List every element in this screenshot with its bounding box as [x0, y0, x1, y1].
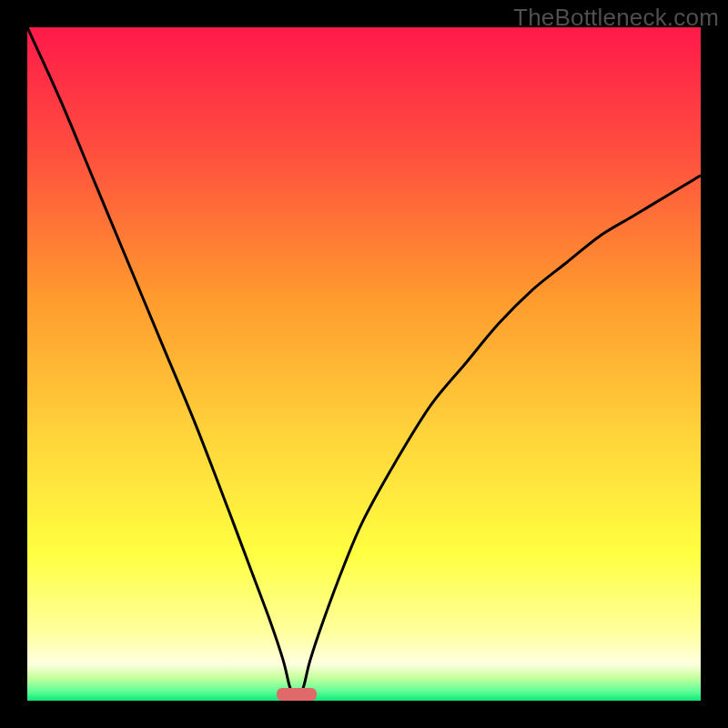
- minimum-marker: [277, 688, 317, 701]
- bottleneck-chart: [27, 27, 701, 701]
- chart-frame: TheBottleneck.com: [0, 0, 728, 728]
- gradient-background: [27, 27, 701, 701]
- plot-area: [27, 27, 701, 701]
